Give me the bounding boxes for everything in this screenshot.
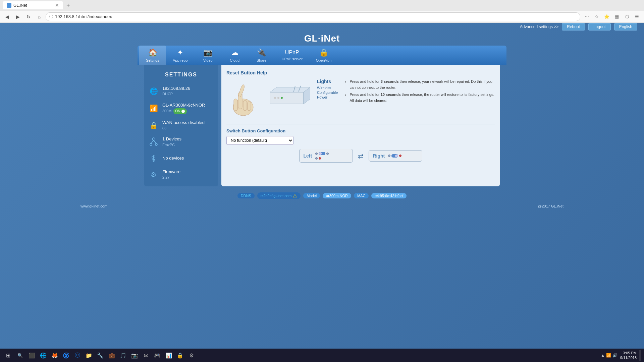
home-btn[interactable]: ⌂ bbox=[35, 12, 44, 21]
url-input[interactable] bbox=[55, 14, 577, 19]
taskbar-ie[interactable]: ⓔ bbox=[72, 350, 83, 360]
openvpn-tab-icon: 🔒 bbox=[319, 48, 328, 57]
reboot-button[interactable]: Reboot bbox=[562, 23, 585, 31]
switch-right-label: Right bbox=[373, 153, 385, 159]
page-footer: www.gl-inet.com @2017 GL.iNet bbox=[0, 202, 644, 210]
apprepo-tab-icon: ✦ bbox=[177, 48, 183, 57]
switch-arrow-icon: ⇄ bbox=[358, 152, 364, 160]
tab-upnp-label: UPnP server bbox=[282, 57, 303, 61]
start-button[interactable]: ⊞ bbox=[3, 350, 13, 361]
sidebar-item-network[interactable]: 🌐 192.168.88.26 DHCP bbox=[144, 83, 218, 100]
taskbar-clock[interactable]: 3:05 PM 9/11/2018 bbox=[620, 351, 637, 360]
task-view-btn[interactable]: ⬛ bbox=[27, 350, 37, 360]
clock-date: 9/11/2018 bbox=[620, 355, 637, 360]
taskbar-app7[interactable]: 📊 bbox=[164, 350, 174, 360]
taskbar-app6[interactable]: 🎮 bbox=[152, 350, 162, 360]
browser-tab[interactable]: GL.iNet ✕ bbox=[3, 1, 63, 9]
search-button[interactable]: 🔍 bbox=[15, 350, 25, 361]
advanced-settings-link[interactable]: Advanced settings >> bbox=[520, 24, 558, 29]
sidebar-item-wan[interactable]: 🔒 WAN access disabled 83 bbox=[144, 117, 218, 134]
back-btn[interactable]: ◀ bbox=[3, 12, 11, 21]
tab-video[interactable]: 📷 Video bbox=[195, 46, 221, 65]
clock-time: 3:05 PM bbox=[620, 351, 637, 355]
tab-cloud[interactable]: ☁ Cloud bbox=[221, 46, 248, 65]
switch-function-select[interactable]: No function (default) Toggle WiFi Toggle… bbox=[226, 136, 293, 145]
svg-point-1 bbox=[150, 143, 152, 145]
wifi-icon: 📶 bbox=[148, 103, 159, 114]
sidebar-item-wifi[interactable]: 📶 GL-AR300M-9cf-NOR 300M ON bbox=[144, 100, 218, 117]
menu-btn[interactable]: ⋯ bbox=[582, 12, 591, 21]
usb-info: No devices bbox=[162, 155, 184, 161]
switch-bar-left bbox=[319, 152, 325, 155]
website-link[interactable]: www.gl-inet.com bbox=[80, 204, 107, 208]
taskbar-firefox[interactable]: 🦊 bbox=[50, 350, 60, 360]
tab-apprepo[interactable]: ✦ App repo bbox=[166, 46, 195, 65]
gl-inet-logo: GL·iNet bbox=[304, 33, 340, 44]
taskbar-app5[interactable]: ✉ bbox=[141, 350, 151, 360]
taskbar-app9[interactable]: ⚙ bbox=[186, 350, 197, 360]
logo-area: GL·iNet bbox=[0, 33, 644, 44]
svg-rect-11 bbox=[243, 101, 247, 111]
tray-icon-1: ▲ bbox=[601, 353, 605, 358]
sidebar-item-usb[interactable]: No devices bbox=[144, 150, 218, 166]
tab-upnp[interactable]: UPnP UPnP server bbox=[275, 46, 309, 65]
svg-line-3 bbox=[151, 140, 154, 143]
tab-close-btn[interactable]: ✕ bbox=[55, 3, 59, 8]
reader-btn[interactable]: ☆ bbox=[592, 12, 601, 21]
domain-badge[interactable]: tz2b9cf.gl-inet.com ⚠ bbox=[257, 192, 301, 199]
switch-right-device: Right bbox=[369, 150, 422, 162]
cloud-tab-icon: ☁ bbox=[231, 48, 238, 57]
taskbar-explorer[interactable]: 📁 bbox=[84, 350, 94, 360]
share-tab-icon: 🔌 bbox=[257, 48, 266, 57]
taskbar-app3[interactable]: 🎵 bbox=[118, 350, 128, 360]
light-power: Power bbox=[317, 95, 338, 99]
taskbar-app1[interactable]: 🔧 bbox=[95, 350, 105, 360]
svg-marker-15 bbox=[270, 87, 310, 92]
new-tab-btn[interactable]: + bbox=[64, 2, 72, 9]
content-wrapper: SETTINGS 🌐 192.168.88.26 DHCP 📶 GL-AR300… bbox=[138, 65, 506, 186]
language-button[interactable]: English bbox=[614, 23, 637, 31]
browser-nav-bar: ◀ ▶ ↻ ⌂ ⓘ ⋯ ☆ ⭐ ▦ ⬡ ☰ bbox=[0, 11, 644, 23]
settings-dots-btn[interactable]: ☰ bbox=[633, 12, 641, 21]
instruction-10sec: Press and hold for 10 seconds then relea… bbox=[350, 92, 495, 104]
refresh-btn[interactable]: ↻ bbox=[24, 12, 33, 21]
tab-share[interactable]: 🔌 Share bbox=[248, 46, 275, 65]
svg-point-20 bbox=[281, 97, 283, 99]
bookmark-btn[interactable]: ⭐ bbox=[602, 12, 611, 21]
network-tray-icon: 📶 bbox=[606, 353, 611, 358]
taskbar-chrome[interactable]: 🌐 bbox=[38, 350, 48, 360]
svg-rect-5 bbox=[152, 157, 153, 158]
ddns-badge[interactable]: DDNS bbox=[237, 193, 255, 198]
tab-title: GL.iNet bbox=[13, 3, 27, 8]
wifi-toggle[interactable]: ON bbox=[173, 108, 187, 114]
wifi-info: GL-AR300M-9cf-NOR 300M ON bbox=[162, 102, 205, 114]
forward-btn[interactable]: ▶ bbox=[13, 12, 22, 21]
taskbar-app4[interactable]: 📷 bbox=[129, 350, 140, 360]
wifi-speed: 300M bbox=[162, 109, 172, 114]
taskbar-app2[interactable]: 💼 bbox=[107, 350, 117, 360]
sidebar-item-devices[interactable]: 1 Devices FrozPC bbox=[144, 133, 218, 150]
firmware-label: Firmware bbox=[162, 169, 180, 175]
switch-bar-right bbox=[391, 154, 398, 158]
tab-share-label: Share bbox=[257, 58, 266, 62]
instruction-3sec: Press and hold for 3 seconds then releas… bbox=[350, 79, 495, 90]
system-tray-icons: ▲ 📶 🔊 bbox=[601, 353, 618, 358]
address-bar[interactable]: ⓘ bbox=[46, 12, 580, 21]
show-desktop-btn[interactable] bbox=[639, 350, 641, 361]
tab-apprepo-label: App repo bbox=[173, 58, 188, 62]
tab-settings[interactable]: 🏠 Settings bbox=[139, 46, 166, 65]
taskbar-edge[interactable]: 🌀 bbox=[61, 350, 71, 360]
logout-button[interactable]: Logout bbox=[588, 23, 611, 31]
main-panel: Reset Button Help bbox=[221, 65, 500, 186]
tab-video-label: Video bbox=[203, 58, 213, 62]
sidebar-browser-btn[interactable]: ▦ bbox=[612, 12, 621, 21]
network-type: DHCP bbox=[162, 92, 190, 97]
pocket-btn[interactable]: ⬡ bbox=[623, 12, 631, 21]
switch-left-label: Left bbox=[304, 153, 312, 159]
taskbar-app8[interactable]: 🔒 bbox=[175, 350, 185, 360]
svg-point-7 bbox=[153, 160, 154, 162]
sidebar-item-firmware[interactable]: ⚙ Firmware 2.27 bbox=[144, 166, 218, 183]
domain-value: tz2b9cf.gl-inet.com bbox=[261, 194, 291, 198]
tab-openvpn[interactable]: 🔒 OpenVpn bbox=[309, 46, 338, 65]
tab-favicon bbox=[7, 3, 11, 8]
